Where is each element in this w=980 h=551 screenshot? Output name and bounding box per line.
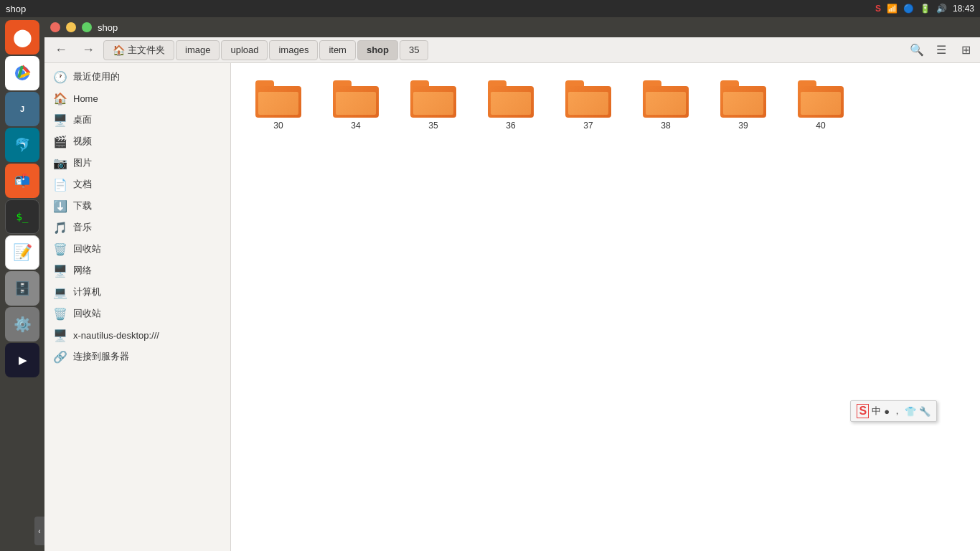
sidebar-trash2[interactable]: 🗑️ 回收站 [44,303,230,324]
breadcrumb-35[interactable]: 35 [400,40,428,60]
sidebar-recent[interactable]: 🕐 最近使用的 [44,66,230,88]
breadcrumb: 🏠 主文件夹 image upload images item shop [103,40,904,60]
window-close-btn[interactable] [50,22,60,32]
taskbar-jetbrains[interactable]: ▶ [5,343,39,377]
folder-35-label: 35 [428,121,438,131]
connect-icon: 🔗 [53,350,67,364]
breadcrumb-image-label: image [185,44,210,55]
sogou-icon: S [875,4,881,14]
system-topbar: shop S 📶 🔵 🔋 🔊 18:43 [0,0,980,17]
sidebar-downloads[interactable]: ⬇️ 下载 [44,195,230,217]
folder-39[interactable]: 39 [707,75,779,136]
back-button[interactable]: ← [49,40,73,60]
grid-view-button[interactable]: ⊞ [956,40,976,60]
taskbar-ubuntu[interactable]: ⬤ [5,20,39,55]
folder-37[interactable]: 37 [552,75,624,136]
taskbar-terminal[interactable]: $_ [5,199,39,234]
folder-40[interactable]: 40 [785,75,857,136]
taskbar-java[interactable]: J [5,92,39,126]
ime-dot: ● [884,406,890,417]
trash2-icon: 🗑️ [53,307,67,321]
sidebar-videos[interactable]: 🎬 视频 [44,131,230,152]
ime-zh-label: 中 [872,405,881,418]
pictures-icon: 📷 [53,156,67,170]
network-icon: 🖥️ [53,264,67,278]
forward-button[interactable]: → [76,40,100,60]
sidebar-network-label: 网络 [73,264,92,277]
breadcrumb-home-label: 主文件夹 [128,44,165,57]
fm-sidebar: 🕐 最近使用的 🏠 Home 🖥️ 桌面 🎬 视频 📷 图片 [44,63,231,551]
taskbar-settings[interactable]: ⚙️ [5,307,39,342]
sidebar-trash[interactable]: 🗑️ 回收站 [44,238,230,260]
folder-36-label: 36 [506,121,515,131]
breadcrumb-image[interactable]: image [176,40,220,60]
sidebar-pictures-label: 图片 [73,156,92,169]
breadcrumb-home[interactable]: 🏠 主文件夹 [103,40,174,60]
folder-38[interactable]: 38 [630,75,702,136]
sidebar-network[interactable]: 🖥️ 网络 [44,260,230,281]
wifi-status: 📶 [887,4,897,14]
folder-37-label: 37 [583,121,593,131]
breadcrumb-upload[interactable]: upload [221,40,268,60]
fm-files: 30 34 35 [231,63,980,551]
volume-status: 🔊 [936,4,947,14]
breadcrumb-images-label: images [278,44,308,55]
ime-s-icon: S [857,404,869,418]
videos-icon: 🎬 [53,135,67,149]
sidebar-desktop-label: 桌面 [73,113,92,126]
taskbar-postman[interactable]: 📬 [5,164,39,198]
sidebar-music-label: 音乐 [73,221,92,234]
nautilus-icon: 🖥️ [53,329,67,342]
breadcrumb-item-label: item [329,44,347,55]
taskbar-collapse[interactable]: ‹ [34,517,44,545]
sidebar-connect-server[interactable]: 🔗 连接到服务器 [44,346,230,367]
sidebar-documents-label: 文档 [73,178,92,191]
home-nav-icon: 🏠 [53,92,67,105]
sidebar-nautilus-desktop[interactable]: 🖥️ x-nautilus-desktop:/// [44,324,230,346]
file-manager: shop ← → 🏠 主文件夹 image upload images [44,17,980,551]
sidebar-music[interactable]: 🎵 音乐 [44,217,230,238]
downloads-icon: ⬇️ [53,199,67,213]
app-title: shop [6,4,26,14]
taskbar-storage[interactable]: 🗄️ [5,271,39,306]
taskbar-chrome[interactable] [5,56,39,90]
ime-bar: S 中 ● ， 👕 🔧 [850,400,937,422]
folder-34-label: 34 [351,121,360,131]
breadcrumb-images[interactable]: images [269,40,318,60]
window-title: shop [98,22,974,33]
sidebar-trash-label: 回收站 [73,242,101,255]
folder-30[interactable]: 30 [242,75,314,136]
search-button[interactable]: 🔍 [907,40,927,60]
list-view-button[interactable]: ☰ [931,40,951,60]
topbar-left: shop [6,4,26,14]
window-maximize-btn[interactable] [82,22,92,32]
sidebar-recent-label: 最近使用的 [73,70,120,83]
sidebar-home[interactable]: 🏠 Home [44,88,230,109]
sidebar-videos-label: 视频 [73,135,92,148]
folder-38-label: 38 [661,121,670,131]
sidebar-home-label: Home [73,93,98,104]
fm-content: 🕐 最近使用的 🏠 Home 🖥️ 桌面 🎬 视频 📷 图片 [44,63,980,551]
clock: 18:43 [953,4,974,14]
breadcrumb-item[interactable]: item [319,40,356,60]
main-area: ⬤ J 🐬 📬 $_ 📝 🗄️ [0,17,980,551]
folder-34[interactable]: 34 [320,75,392,136]
sidebar-desktop[interactable]: 🖥️ 桌面 [44,109,230,131]
trash-icon: 🗑️ [53,242,67,256]
folder-40-label: 40 [816,121,825,131]
sidebar-pictures[interactable]: 📷 图片 [44,152,230,174]
breadcrumb-shop-label: shop [367,44,389,55]
sidebar-computer-label: 计算机 [73,286,101,298]
breadcrumb-shop[interactable]: shop [357,40,398,60]
taskbar-gedit[interactable]: 📝 [5,235,39,270]
computer-icon: 💻 [53,286,67,299]
folder-36[interactable]: 36 [475,75,547,136]
window-minimize-btn[interactable] [66,22,76,32]
folder-35[interactable]: 35 [397,75,469,136]
sidebar-computer[interactable]: 💻 计算机 [44,281,230,303]
sidebar-nautilus-label: x-nautilus-desktop:/// [73,330,159,341]
taskbar: ⬤ J 🐬 📬 $_ 📝 🗄️ [0,17,44,551]
taskbar-mysql[interactable]: 🐬 [5,128,39,162]
sidebar-documents[interactable]: 📄 文档 [44,174,230,195]
folder-39-label: 39 [738,121,748,131]
